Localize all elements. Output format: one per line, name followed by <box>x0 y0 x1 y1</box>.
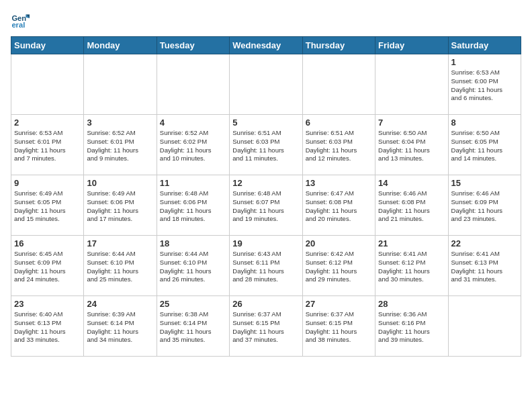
calendar-table: SundayMondayTuesdayWednesdayThursdayFrid… <box>11 36 521 357</box>
cell-info: Sunrise: 6:52 AM Sunset: 6:01 PM Dayligh… <box>87 129 153 163</box>
week-row-1: 1Sunrise: 6:53 AM Sunset: 6:00 PM Daylig… <box>11 54 521 115</box>
cal-cell: 14Sunrise: 6:46 AM Sunset: 6:08 PM Dayli… <box>375 175 448 236</box>
day-number: 25 <box>160 299 226 309</box>
cell-info: Sunrise: 6:41 AM Sunset: 6:13 PM Dayligh… <box>451 250 518 284</box>
cell-info: Sunrise: 6:36 AM Sunset: 6:16 PM Dayligh… <box>378 310 445 345</box>
cell-info: Sunrise: 6:46 AM Sunset: 6:09 PM Dayligh… <box>451 189 518 224</box>
cal-cell: 26Sunrise: 6:37 AM Sunset: 6:15 PM Dayli… <box>230 296 302 357</box>
cal-cell: 27Sunrise: 6:37 AM Sunset: 6:15 PM Dayli… <box>302 296 375 357</box>
day-number: 17 <box>87 238 153 248</box>
day-number: 18 <box>160 238 226 248</box>
cal-cell: 1Sunrise: 6:53 AM Sunset: 6:00 PM Daylig… <box>448 54 521 115</box>
cal-cell: 5Sunrise: 6:51 AM Sunset: 6:03 PM Daylig… <box>230 115 302 175</box>
cal-cell: 16Sunrise: 6:45 AM Sunset: 6:09 PM Dayli… <box>11 236 84 296</box>
cell-info: Sunrise: 6:52 AM Sunset: 6:02 PM Dayligh… <box>160 129 226 163</box>
day-number: 13 <box>306 178 372 188</box>
day-number: 12 <box>232 178 299 188</box>
cell-info: Sunrise: 6:44 AM Sunset: 6:10 PM Dayligh… <box>160 250 226 284</box>
cell-info: Sunrise: 6:50 AM Sunset: 6:05 PM Dayligh… <box>451 129 518 163</box>
cal-cell <box>302 54 375 115</box>
cal-cell: 9Sunrise: 6:49 AM Sunset: 6:05 PM Daylig… <box>11 175 84 236</box>
cell-info: Sunrise: 6:49 AM Sunset: 6:06 PM Dayligh… <box>87 189 153 224</box>
week-row-5: 23Sunrise: 6:40 AM Sunset: 6:13 PM Dayli… <box>11 296 521 357</box>
cal-cell: 28Sunrise: 6:36 AM Sunset: 6:16 PM Dayli… <box>375 296 448 357</box>
cal-cell: 11Sunrise: 6:48 AM Sunset: 6:06 PM Dayli… <box>157 175 229 236</box>
cal-cell: 3Sunrise: 6:52 AM Sunset: 6:01 PM Daylig… <box>84 115 157 175</box>
cell-info: Sunrise: 6:46 AM Sunset: 6:08 PM Dayligh… <box>378 189 445 224</box>
cal-cell: 19Sunrise: 6:43 AM Sunset: 6:11 PM Dayli… <box>230 236 302 296</box>
cell-info: Sunrise: 6:45 AM Sunset: 6:09 PM Dayligh… <box>14 250 81 284</box>
day-header-sunday: Sunday <box>11 37 84 54</box>
cell-info: Sunrise: 6:44 AM Sunset: 6:10 PM Dayligh… <box>87 250 153 284</box>
day-number: 5 <box>232 118 299 128</box>
cell-info: Sunrise: 6:39 AM Sunset: 6:14 PM Dayligh… <box>87 310 153 345</box>
day-number: 20 <box>306 238 372 248</box>
cell-info: Sunrise: 6:42 AM Sunset: 6:12 PM Dayligh… <box>306 250 372 284</box>
cal-cell <box>157 54 229 115</box>
cal-cell: 6Sunrise: 6:51 AM Sunset: 6:03 PM Daylig… <box>302 115 375 175</box>
cell-info: Sunrise: 6:51 AM Sunset: 6:03 PM Dayligh… <box>232 129 299 163</box>
cal-cell: 23Sunrise: 6:40 AM Sunset: 6:13 PM Dayli… <box>11 296 84 357</box>
day-header-saturday: Saturday <box>448 37 521 54</box>
week-row-3: 9Sunrise: 6:49 AM Sunset: 6:05 PM Daylig… <box>11 175 521 236</box>
day-number: 16 <box>14 238 81 248</box>
cell-info: Sunrise: 6:48 AM Sunset: 6:07 PM Dayligh… <box>232 189 299 224</box>
cal-cell <box>11 54 84 115</box>
day-number: 9 <box>14 178 81 188</box>
cell-info: Sunrise: 6:41 AM Sunset: 6:12 PM Dayligh… <box>378 250 445 284</box>
day-header-thursday: Thursday <box>302 37 375 54</box>
cell-info: Sunrise: 6:47 AM Sunset: 6:08 PM Dayligh… <box>306 189 372 224</box>
day-number: 6 <box>306 118 372 128</box>
cell-info: Sunrise: 6:49 AM Sunset: 6:05 PM Dayligh… <box>14 189 81 224</box>
cal-cell: 13Sunrise: 6:47 AM Sunset: 6:08 PM Dayli… <box>302 175 375 236</box>
day-number: 26 <box>232 299 299 309</box>
cell-info: Sunrise: 6:43 AM Sunset: 6:11 PM Dayligh… <box>232 250 299 284</box>
cal-cell: 12Sunrise: 6:48 AM Sunset: 6:07 PM Dayli… <box>230 175 302 236</box>
day-number: 27 <box>306 299 372 309</box>
cal-cell <box>230 54 302 115</box>
week-row-4: 16Sunrise: 6:45 AM Sunset: 6:09 PM Dayli… <box>11 236 521 296</box>
cell-info: Sunrise: 6:37 AM Sunset: 6:15 PM Dayligh… <box>306 310 372 345</box>
cal-cell: 8Sunrise: 6:50 AM Sunset: 6:05 PM Daylig… <box>448 115 521 175</box>
day-number: 21 <box>378 238 445 248</box>
day-number: 10 <box>87 178 153 188</box>
cell-info: Sunrise: 6:53 AM Sunset: 6:00 PM Dayligh… <box>451 68 518 103</box>
day-number: 1 <box>451 57 518 67</box>
day-header-tuesday: Tuesday <box>157 37 229 54</box>
page-header: Gen eral <box>11 11 521 30</box>
day-number: 15 <box>451 178 518 188</box>
cell-info: Sunrise: 6:48 AM Sunset: 6:06 PM Dayligh… <box>160 189 226 224</box>
cell-info: Sunrise: 6:51 AM Sunset: 6:03 PM Dayligh… <box>306 129 372 163</box>
cal-cell: 7Sunrise: 6:50 AM Sunset: 6:04 PM Daylig… <box>375 115 448 175</box>
cal-cell: 20Sunrise: 6:42 AM Sunset: 6:12 PM Dayli… <box>302 236 375 296</box>
cell-info: Sunrise: 6:53 AM Sunset: 6:01 PM Dayligh… <box>14 129 81 163</box>
header-row: SundayMondayTuesdayWednesdayThursdayFrid… <box>11 37 521 54</box>
day-number: 28 <box>378 299 445 309</box>
cal-cell: 18Sunrise: 6:44 AM Sunset: 6:10 PM Dayli… <box>157 236 229 296</box>
day-number: 19 <box>232 238 299 248</box>
cal-cell: 22Sunrise: 6:41 AM Sunset: 6:13 PM Dayli… <box>448 236 521 296</box>
day-header-monday: Monday <box>84 37 157 54</box>
cal-cell: 21Sunrise: 6:41 AM Sunset: 6:12 PM Dayli… <box>375 236 448 296</box>
cal-cell: 25Sunrise: 6:38 AM Sunset: 6:14 PM Dayli… <box>157 296 229 357</box>
cell-info: Sunrise: 6:40 AM Sunset: 6:13 PM Dayligh… <box>14 310 81 345</box>
cell-info: Sunrise: 6:37 AM Sunset: 6:15 PM Dayligh… <box>232 310 299 345</box>
day-number: 14 <box>378 178 445 188</box>
cell-info: Sunrise: 6:50 AM Sunset: 6:04 PM Dayligh… <box>378 129 445 163</box>
day-number: 3 <box>87 118 153 128</box>
day-number: 23 <box>14 299 81 309</box>
cal-cell <box>448 296 521 357</box>
day-number: 7 <box>378 118 445 128</box>
svg-text:eral: eral <box>11 21 25 29</box>
cell-info: Sunrise: 6:38 AM Sunset: 6:14 PM Dayligh… <box>160 310 226 345</box>
day-number: 2 <box>14 118 81 128</box>
day-number: 24 <box>87 299 153 309</box>
cal-cell: 4Sunrise: 6:52 AM Sunset: 6:02 PM Daylig… <box>157 115 229 175</box>
cal-cell: 24Sunrise: 6:39 AM Sunset: 6:14 PM Dayli… <box>84 296 157 357</box>
day-header-friday: Friday <box>375 37 448 54</box>
day-number: 22 <box>451 238 518 248</box>
day-number: 4 <box>160 118 226 128</box>
cal-cell <box>375 54 448 115</box>
day-header-wednesday: Wednesday <box>230 37 302 54</box>
logo: Gen eral <box>11 11 32 30</box>
